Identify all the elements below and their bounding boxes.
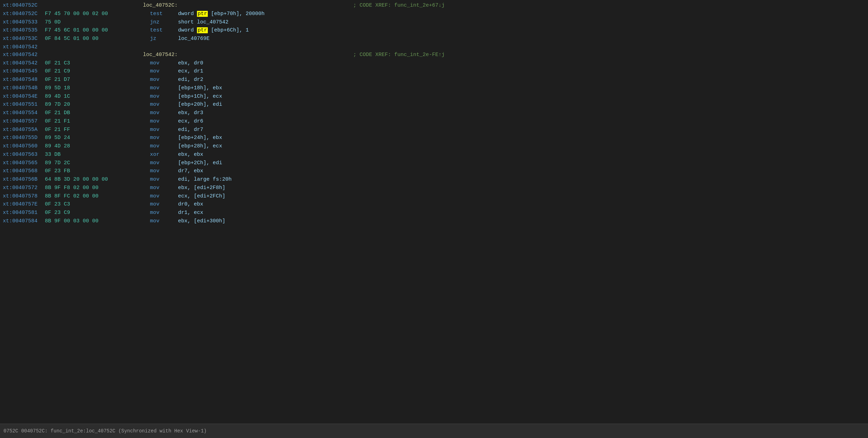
line-comment: ; CODE XREF: func_int_2e-FE↑j <box>353 51 445 59</box>
line-operand: ecx, [edi+2FCh] <box>178 193 225 200</box>
line-addr: xt:0040757E <box>3 201 45 208</box>
instruction-line: xt:004075848B 9F 00 03 00 00movebx, [edi… <box>3 217 865 225</box>
line-operand: dr7, ebx <box>178 167 203 175</box>
line-mnemonic: mov <box>150 126 178 134</box>
instruction-line: xt:0040753375 0Djnzshort loc_407542 <box>3 18 865 27</box>
line-operand: edi, dr7 <box>178 126 203 134</box>
instruction-line: xt:0040756089 4D 28mov[ebp+28h], ecx <box>3 142 865 151</box>
line-operand: [ebp+20h], edi <box>178 101 222 109</box>
line-operand: [ebp+18h], ebx <box>178 84 222 92</box>
line-bytes: 0F 21 FF <box>45 126 143 134</box>
line-mnemonic: mov <box>150 209 178 217</box>
instruction-line: xt:004075570F 21 F1movecx, dr6 <box>3 117 865 126</box>
line-mnemonic: mov <box>150 118 178 125</box>
line-mnemonic: mov <box>150 93 178 100</box>
line-bytes: 0F 23 FB <box>45 167 143 175</box>
line-addr: xt:00407568 <box>3 167 45 175</box>
line-mnemonic: mov <box>150 167 178 175</box>
line-mnemonic: mov <box>150 184 178 192</box>
line-operand: ebx, ebx <box>178 151 203 159</box>
line-addr: xt:0040755D <box>3 134 45 142</box>
line-bytes: 89 4D 1C <box>45 93 143 100</box>
instruction-line: xt:0040753C0F 84 5C 01 00 00jzloc_40769E <box>3 35 865 43</box>
line-bytes: 8B 9F F8 02 00 00 <box>45 184 143 192</box>
line-operand: [ebp+28h], ecx <box>178 142 222 150</box>
line-comment: ; CODE XREF: func_int_2e+67↓j <box>353 2 445 9</box>
line-addr: xt:00407557 <box>3 118 45 125</box>
line-bytes: 8B 9F 00 03 00 00 <box>45 217 143 225</box>
label-line: xt:0040752Cloc_40752C:; CODE XREF: func_… <box>3 1 865 10</box>
line-mnemonic: mov <box>150 217 178 225</box>
line-bytes: 0F 21 D7 <box>45 76 143 84</box>
line-mnemonic: mov <box>150 193 178 200</box>
line-addr: xt:00407578 <box>3 193 45 200</box>
line-addr: xt:00407535 <box>3 27 45 34</box>
line-bytes: 0F 21 C3 <box>45 60 143 67</box>
line-addr: xt:00407572 <box>3 184 45 192</box>
line-mnemonic: mov <box>150 159 178 167</box>
instruction-line: xt:0040755A0F 21 FFmovedi, dr7 <box>3 126 865 134</box>
line-bytes: 0F 21 C9 <box>45 68 143 75</box>
line-addr: xt:0040755A <box>3 126 45 134</box>
line-bytes: 89 7D 20 <box>45 101 143 109</box>
line-bytes: 75 0D <box>45 19 143 26</box>
line-mnemonic: mov <box>150 84 178 92</box>
instruction-line: xt:004075788B 8F FC 02 00 00movecx, [edi… <box>3 192 865 201</box>
instruction-line: xt:004075728B 9F F8 02 00 00movebx, [edi… <box>3 184 865 192</box>
line-mnemonic: mov <box>150 76 178 84</box>
instruction-line: xt:0040756B64 8B 3D 20 00 00 00movedi, l… <box>3 175 865 184</box>
disassembly-view: xt:0040752Cloc_40752C:; CODE XREF: func_… <box>0 0 868 424</box>
line-addr: xt:0040752C <box>3 10 45 18</box>
line-bytes: F7 45 70 00 00 02 00 <box>45 10 143 18</box>
empty-line: xt:00407542 <box>3 43 865 51</box>
line-mnemonic: mov <box>150 101 178 109</box>
instruction-line: xt:0040754B89 5D 18mov[ebp+18h], ebx <box>3 84 865 92</box>
line-operand: [ebp+2Ch], edi <box>178 159 222 167</box>
line-bytes: 89 4D 28 <box>45 142 143 150</box>
line-mnemonic: mov <box>150 134 178 142</box>
line-operand: short loc_407542 <box>178 19 228 26</box>
line-mnemonic: mov <box>150 60 178 67</box>
line-bytes: 64 8B 3D 20 00 00 00 <box>45 176 143 183</box>
line-operand: [ebp+1Ch], ecx <box>178 93 222 100</box>
line-operand: ebx, dr3 <box>178 109 203 117</box>
instruction-line: xt:0040757E0F 23 C3movdr0, ebx <box>3 200 865 209</box>
line-addr: xt:00407548 <box>3 76 45 84</box>
line-operand: [ebp+24h], ebx <box>178 134 222 142</box>
line-addr: xt:00407542 <box>3 51 45 59</box>
line-operand: ecx, dr1 <box>178 68 203 75</box>
instruction-line: xt:0040756333 DBxorebx, ebx <box>3 151 865 159</box>
ptr-highlight: ptr <box>197 27 208 33</box>
instruction-line: xt:004075450F 21 C9movecx, dr1 <box>3 67 865 76</box>
line-operand: edi, large fs:20h <box>178 176 232 183</box>
instruction-line: xt:0040755D89 5D 24mov[ebp+24h], ebx <box>3 134 865 142</box>
line-operand: dword ptr [ebp+70h], 20000h <box>178 10 265 18</box>
instruction-line: xt:0040754E89 4D 1Cmov[ebp+1Ch], ecx <box>3 92 865 101</box>
line-label: loc_407542: <box>143 51 213 59</box>
line-addr: xt:0040753C <box>3 35 45 43</box>
instruction-line: xt:0040756589 7D 2Cmov[ebp+2Ch], edi <box>3 159 865 167</box>
line-operand: dr0, ebx <box>178 201 203 208</box>
line-bytes: F7 45 6C 01 00 00 00 <box>45 27 143 34</box>
line-operand: dr1, ecx <box>178 209 203 217</box>
line-operand: ebx, [edi+300h] <box>178 217 225 225</box>
line-addr: xt:0040752C <box>3 2 45 9</box>
instruction-line: xt:004075420F 21 C3movebx, dr0 <box>3 59 865 68</box>
line-bytes: 0F 84 5C 01 00 00 <box>45 35 143 43</box>
instruction-line: xt:0040755189 7D 20mov[ebp+20h], edi <box>3 100 865 109</box>
line-addr: xt:00407542 <box>3 60 45 67</box>
line-bytes: 0F 23 C9 <box>45 209 143 217</box>
instruction-line: xt:004075540F 21 DBmovebx, dr3 <box>3 109 865 117</box>
status-text: 0752C 0040752C: func_int_2e:loc_40752C (… <box>4 428 207 434</box>
line-label: loc_40752C: <box>143 2 213 9</box>
line-mnemonic: jz <box>150 35 178 43</box>
line-bytes: 89 5D 18 <box>45 84 143 92</box>
line-addr: xt:00407581 <box>3 209 45 217</box>
line-addr: xt:0040754E <box>3 93 45 100</box>
instruction-line: xt:004075480F 21 D7movedi, dr2 <box>3 76 865 84</box>
line-operand: dword ptr [ebp+6Ch], 1 <box>178 27 249 34</box>
line-mnemonic: mov <box>150 176 178 183</box>
line-addr: xt:00407545 <box>3 68 45 75</box>
line-bytes: 33 DB <box>45 151 143 159</box>
line-operand: loc_40769E <box>178 35 210 43</box>
